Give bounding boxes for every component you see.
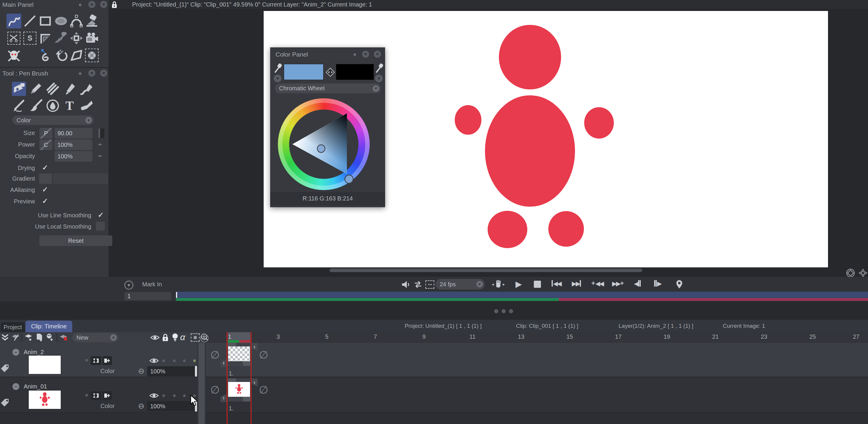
- cutter-tool[interactable]: [80, 99, 94, 113]
- previous-image-button[interactable]: ◀: [634, 280, 641, 287]
- main-panel-close-button[interactable]: ×: [100, 1, 107, 8]
- lightbulb-icon[interactable]: [171, 333, 179, 342]
- layer-option-dot[interactable]: [183, 359, 186, 362]
- add-image-icon[interactable]: [45, 333, 55, 342]
- rectangle-tool[interactable]: [38, 13, 53, 28]
- layer-anim-mode-button[interactable]: [91, 356, 101, 365]
- loop-icon[interactable]: [413, 280, 423, 290]
- size-pressure-button[interactable]: P: [39, 128, 53, 138]
- go-to-end-button[interactable]: ▶▶: [572, 280, 581, 287]
- reset-button[interactable]: Reset: [39, 235, 112, 246]
- layer-opacity-field[interactable]: 100%: [147, 401, 197, 411]
- alpha-channel-icon[interactable]: α: [180, 332, 185, 342]
- layer-anim-mode-button[interactable]: [91, 391, 101, 400]
- layer-add-image-button[interactable]: [102, 356, 112, 365]
- panel-splitter[interactable]: [0, 301, 868, 320]
- gradient-swatch[interactable]: [39, 173, 52, 184]
- canvas-h-scrollbar[interactable]: [330, 268, 642, 272]
- size-slider-handle[interactable]: [98, 129, 104, 138]
- layer-blend-icon[interactable]: ⊖: [138, 366, 145, 376]
- play-button[interactable]: ▶: [516, 280, 521, 288]
- airbrush-tool[interactable]: [63, 82, 77, 96]
- layer-option-dot[interactable]: [162, 394, 165, 397]
- layer-collapse-button[interactable]: –: [12, 383, 19, 390]
- layer-option-dot[interactable]: [193, 359, 196, 362]
- fishbone-tool[interactable]: [54, 31, 68, 45]
- delete-layer-icon[interactable]: [59, 333, 69, 342]
- next-image-button[interactable]: ▶: [654, 280, 661, 287]
- delete-skull-tool[interactable]: [6, 48, 21, 63]
- layer-tag-icon[interactable]: [0, 363, 9, 374]
- frame-number[interactable]: 9: [422, 333, 426, 340]
- tool-mode-select[interactable]: Color ▼: [12, 116, 94, 125]
- bookmark-pin-icon[interactable]: [674, 279, 684, 290]
- primary-color-menu-button[interactable]: ▼: [274, 75, 281, 82]
- timeline-rest-segment[interactable]: [559, 298, 868, 301]
- ellipse-tool[interactable]: [54, 13, 68, 28]
- local-smoothing-checkbox[interactable]: [96, 222, 105, 231]
- power-stepper[interactable]: ◂▸: [98, 141, 102, 147]
- step-back-add-button[interactable]: +◀◀: [591, 280, 603, 287]
- step-forward-add-button[interactable]: ▶▶+: [612, 280, 624, 287]
- chalk-tool[interactable]: [45, 82, 60, 96]
- layer-option-dot[interactable]: [173, 359, 176, 362]
- eraser-tool[interactable]: [85, 13, 99, 28]
- layer-visibility-eye-icon[interactable]: [149, 392, 159, 399]
- duplicate-image-icon[interactable]: [34, 333, 44, 342]
- primary-eyedropper-icon[interactable]: [273, 62, 283, 74]
- timeline-cell[interactable]: [228, 343, 250, 366]
- ink-pen-tool[interactable]: [12, 99, 26, 113]
- opacity-stepper[interactable]: ◂▸: [98, 153, 102, 158]
- timeline-cell[interactable]: [228, 379, 250, 401]
- frame-number[interactable]: 5: [325, 333, 328, 340]
- transform-tool[interactable]: [38, 31, 53, 45]
- layer-collapse-button[interactable]: –: [12, 349, 19, 356]
- go-to-start-button[interactable]: ◀◀: [552, 280, 561, 287]
- stop-button[interactable]: [534, 281, 541, 288]
- secondary-color-swatch[interactable]: [336, 64, 374, 80]
- drying-checkbox[interactable]: ✓: [42, 163, 48, 172]
- lock-layer-icon[interactable]: [161, 333, 169, 342]
- picker-mode-select[interactable]: Chromatic Wheel ▼: [275, 84, 381, 93]
- scrub-hand-icon[interactable]: ◂ ▸: [489, 279, 507, 290]
- curve-tool[interactable]: [69, 13, 84, 28]
- power-curve-button[interactable]: C: [39, 139, 53, 150]
- color-panel-collapse-button[interactable]: ▼: [362, 51, 369, 58]
- playhead-line-left[interactable]: [227, 332, 227, 424]
- frame-number[interactable]: 19: [663, 333, 670, 340]
- main-panel-collapse-button[interactable]: ▼: [88, 1, 95, 8]
- freehand-tool[interactable]: [6, 13, 21, 28]
- frame-number[interactable]: 21: [712, 333, 719, 340]
- layer-option-dot[interactable]: [183, 394, 186, 397]
- fps-select[interactable]: 24 fps ▼: [435, 279, 485, 290]
- frame-number[interactable]: 25: [809, 333, 816, 340]
- swap-colors-icon[interactable]: [325, 67, 336, 77]
- visibility-eye-icon[interactable]: [150, 334, 160, 341]
- layer-opacity-slider[interactable]: [195, 366, 197, 377]
- text-tool[interactable]: T: [63, 99, 77, 113]
- flipbook-icon[interactable]: [425, 280, 435, 290]
- smear-brush-tool[interactable]: [80, 82, 94, 96]
- undo-brush-tool[interactable]: [54, 48, 68, 63]
- tool-panel-collapse-button[interactable]: ▼: [88, 70, 95, 77]
- camera-tool[interactable]: [85, 31, 99, 45]
- mark-in-icon[interactable]: ▼: [124, 281, 133, 290]
- collapse-layers-icon[interactable]: [1, 333, 9, 342]
- select-shape-tool[interactable]: S: [23, 31, 37, 45]
- timeline-range-bar[interactable]: [176, 292, 868, 298]
- frame-number[interactable]: 15: [566, 333, 573, 340]
- secondary-eyedropper-icon[interactable]: [374, 62, 384, 74]
- flip-page-tool[interactable]: [69, 48, 84, 63]
- pen-brush-tool[interactable]: [12, 82, 26, 96]
- layer-thumbnail[interactable]: [28, 355, 61, 374]
- layer-thumbnail[interactable]: [28, 390, 61, 409]
- tab-project[interactable]: Project: [1, 322, 25, 332]
- opacity-value-field[interactable]: 100%: [55, 151, 92, 162]
- layer-select-icon[interactable]: [11, 333, 21, 342]
- size-value-field[interactable]: 90.00: [55, 128, 92, 138]
- layer-name[interactable]: Anim_01: [24, 383, 47, 390]
- pencil-tool[interactable]: [29, 82, 43, 96]
- frame-number[interactable]: 27: [853, 333, 860, 340]
- layer-visibility-eye-icon[interactable]: [149, 357, 159, 364]
- tool-panel-close-button[interactable]: ×: [100, 70, 107, 77]
